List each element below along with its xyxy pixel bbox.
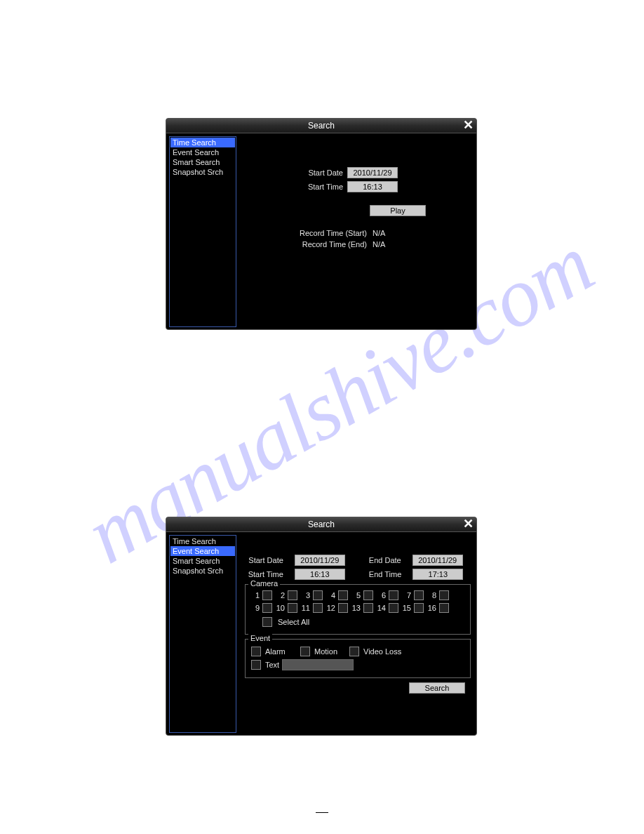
alarm-label: Alarm bbox=[265, 647, 299, 656]
sidebar-item-snapshot-search[interactable]: Snapshot Srch bbox=[170, 167, 235, 177]
video-loss-label: Video Loss bbox=[363, 647, 401, 656]
sidebar-item-event-search[interactable]: Event Search bbox=[170, 147, 235, 157]
camera-7: 7 bbox=[401, 590, 427, 600]
camera-1-checkbox[interactable] bbox=[262, 590, 272, 600]
camera-6: 6 bbox=[376, 590, 401, 600]
event-search-dialog: Search ✕ Time Search Event Search Smart … bbox=[166, 517, 477, 736]
camera-13: 13 bbox=[351, 603, 376, 613]
camera-4-checkbox[interactable] bbox=[338, 590, 348, 600]
video-loss-checkbox[interactable] bbox=[349, 647, 359, 656]
camera-16: 16 bbox=[427, 603, 452, 613]
sidebar: Time Search Event Search Smart Search Sn… bbox=[169, 535, 236, 733]
camera-8: 8 bbox=[427, 590, 452, 600]
camera-9: 9 bbox=[250, 603, 275, 613]
record-start-value: N/A bbox=[373, 229, 385, 237]
dialog-title: Search bbox=[308, 519, 335, 529]
camera-2-checkbox[interactable] bbox=[288, 590, 297, 600]
record-start-label: Record Time (Start) bbox=[287, 229, 367, 237]
camera-10-checkbox[interactable] bbox=[288, 603, 297, 613]
start-date-label: Start Date bbox=[297, 168, 343, 177]
camera-4: 4 bbox=[326, 590, 351, 600]
time-search-dialog: Search ✕ Time Search Event Search Smart … bbox=[166, 118, 477, 330]
camera-7-checkbox[interactable] bbox=[414, 590, 424, 600]
camera-3-checkbox[interactable] bbox=[313, 590, 323, 600]
motion-label: Motion bbox=[314, 647, 348, 656]
camera-12: 12 bbox=[326, 603, 351, 613]
record-end-value: N/A bbox=[373, 240, 385, 249]
end-date-label: End Date bbox=[369, 556, 401, 564]
select-all-label: Select All bbox=[278, 618, 309, 626]
titlebar: Search ✕ bbox=[166, 119, 476, 133]
event-group-title: Event bbox=[248, 634, 272, 642]
camera-13-checkbox[interactable] bbox=[363, 603, 373, 613]
end-time-field[interactable]: 17:13 bbox=[412, 569, 463, 580]
camera-11: 11 bbox=[300, 603, 326, 613]
search-button[interactable]: Search bbox=[409, 682, 465, 694]
alarm-checkbox[interactable] bbox=[251, 647, 261, 656]
camera-group-title: Camera bbox=[248, 579, 280, 588]
camera-10: 10 bbox=[275, 603, 300, 613]
sidebar-item-snapshot-search[interactable]: Snapshot Srch bbox=[170, 566, 235, 576]
select-all-checkbox[interactable] bbox=[262, 617, 272, 627]
motion-checkbox[interactable] bbox=[300, 647, 310, 656]
sidebar-item-event-search[interactable]: Event Search bbox=[170, 546, 235, 556]
camera-15-checkbox[interactable] bbox=[414, 603, 424, 613]
camera-5-checkbox[interactable] bbox=[363, 590, 373, 600]
event-group: Event Alarm Motion Video Loss Text bbox=[245, 639, 471, 678]
sidebar-item-time-search[interactable]: Time Search bbox=[170, 138, 235, 147]
camera-2: 2 bbox=[275, 590, 300, 600]
start-date-field[interactable]: 2010/11/29 bbox=[347, 167, 398, 178]
camera-12-checkbox[interactable] bbox=[338, 603, 348, 613]
close-icon[interactable]: ✕ bbox=[462, 517, 474, 530]
page-number bbox=[316, 812, 328, 813]
camera-3: 3 bbox=[300, 590, 326, 600]
camera-6-checkbox[interactable] bbox=[389, 590, 398, 600]
titlebar: Search ✕ bbox=[166, 517, 476, 532]
text-checkbox[interactable] bbox=[251, 660, 261, 670]
camera-8-checkbox[interactable] bbox=[439, 590, 449, 600]
start-time-label: Start Time bbox=[248, 570, 283, 578]
camera-11-checkbox[interactable] bbox=[313, 603, 323, 613]
camera-14: 14 bbox=[376, 603, 401, 613]
start-time-label: Start Time bbox=[297, 183, 343, 191]
sidebar-item-time-search[interactable]: Time Search bbox=[170, 536, 235, 546]
camera-14-checkbox[interactable] bbox=[389, 603, 398, 613]
start-date-label: Start Date bbox=[248, 556, 283, 564]
text-label: Text bbox=[265, 661, 279, 669]
play-button[interactable]: Play bbox=[370, 205, 426, 216]
end-date-field[interactable]: 2010/11/29 bbox=[412, 555, 463, 566]
start-time-field[interactable]: 16:13 bbox=[347, 181, 398, 192]
content-panel: Start Date 2010/11/29 End Date 2010/11/2… bbox=[239, 532, 476, 736]
close-icon[interactable]: ✕ bbox=[462, 119, 474, 131]
record-end-label: Record Time (End) bbox=[287, 240, 367, 249]
end-time-label: End Time bbox=[369, 570, 401, 578]
camera-5: 5 bbox=[351, 590, 376, 600]
sidebar: Time Search Event Search Smart Search Sn… bbox=[169, 136, 236, 327]
start-time-field[interactable]: 16:13 bbox=[295, 569, 345, 580]
sidebar-item-smart-search[interactable]: Smart Search bbox=[170, 556, 235, 566]
camera-16-checkbox[interactable] bbox=[439, 603, 449, 613]
camera-15: 15 bbox=[401, 603, 427, 613]
camera-1: 1 bbox=[250, 590, 275, 600]
camera-group: Camera 1 2 3 4 5 6 7 8 9 10 11 12 13 14 … bbox=[245, 584, 471, 635]
start-date-field[interactable]: 2010/11/29 bbox=[295, 555, 345, 566]
text-input[interactable] bbox=[282, 659, 354, 670]
camera-9-checkbox[interactable] bbox=[262, 603, 272, 613]
dialog-title: Search bbox=[308, 121, 335, 131]
sidebar-item-smart-search[interactable]: Smart Search bbox=[170, 157, 235, 167]
content-panel: Start Date 2010/11/29 Start Time 16:13 P… bbox=[239, 133, 476, 330]
